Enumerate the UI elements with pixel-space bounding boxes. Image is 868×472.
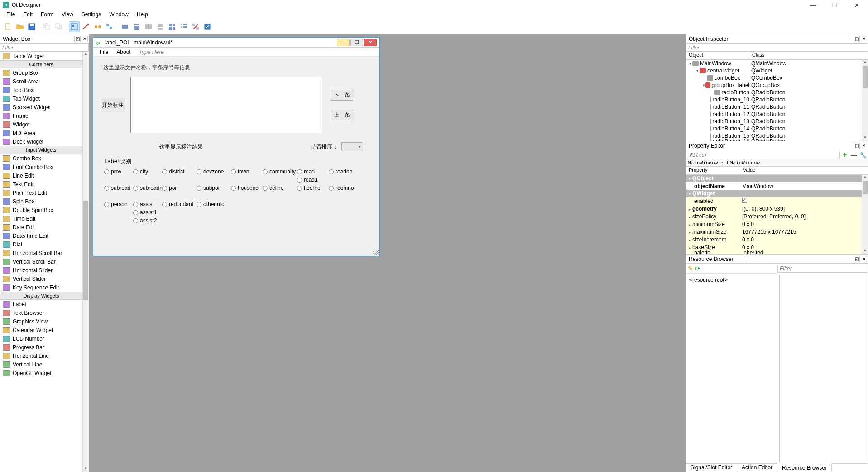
- save-form-icon[interactable]: [26, 21, 37, 32]
- widget-item[interactable]: Date Edit: [0, 223, 82, 231]
- widget-item[interactable]: Dock Widget: [0, 137, 82, 146]
- radio-item[interactable]: city: [133, 168, 162, 175]
- radio-item[interactable]: roadno: [329, 168, 360, 175]
- form-titlebar[interactable]: label_POI - mainWindow.ui* — ☐ ✕: [93, 38, 379, 48]
- object-tree[interactable]: ▾MainWindowQMainWindow▾centralwidgetQWid…: [686, 60, 862, 141]
- radio-item[interactable]: floorno: [297, 184, 329, 192]
- layout-vsplitter-icon[interactable]: [155, 21, 166, 32]
- widget-item[interactable]: Plain Text Edit: [0, 188, 82, 197]
- radio-item[interactable]: road1: [297, 176, 329, 183]
- radio-item[interactable]: cellno: [263, 184, 297, 192]
- resbrowser-close-icon[interactable]: ✕: [861, 256, 867, 262]
- widget-item[interactable]: Spin Box: [0, 197, 82, 206]
- adjust-size-icon[interactable]: [202, 21, 213, 32]
- property-section[interactable]: QWidget: [686, 190, 862, 197]
- prev-button[interactable]: 上一条: [331, 110, 353, 120]
- widget-item[interactable]: Group Box: [0, 68, 82, 77]
- menu-settings[interactable]: Settings: [78, 10, 105, 19]
- widget-box-close-icon[interactable]: ✕: [82, 36, 88, 42]
- tree-row[interactable]: comboBoxQComboBox: [686, 74, 862, 82]
- widget-item[interactable]: Horizontal Slider: [0, 266, 82, 275]
- radio-item[interactable]: devzone: [197, 168, 231, 175]
- form-close-icon[interactable]: ✕: [364, 39, 377, 46]
- widget-box-float-icon[interactable]: ◰: [74, 36, 81, 42]
- property-row[interactable]: enabled: [686, 197, 862, 205]
- reload-resources-icon[interactable]: ⟳: [695, 265, 700, 272]
- edit-resources-icon[interactable]: ✎: [688, 265, 693, 272]
- widget-item[interactable]: Vertical Scroll Bar: [0, 257, 82, 266]
- widget-item[interactable]: Key Sequence Edit: [0, 283, 82, 292]
- minimize-button[interactable]: —: [806, 2, 820, 9]
- resource-view[interactable]: [779, 275, 867, 462]
- radio-item[interactable]: subpoi: [197, 184, 231, 192]
- menu-form[interactable]: Form: [37, 10, 57, 19]
- widget-item[interactable]: MDI Area: [0, 129, 82, 137]
- widget-item[interactable]: Vertical Slider: [0, 275, 82, 283]
- widget-item[interactable]: OpenGL Widget: [0, 369, 82, 377]
- widget-item[interactable]: LCD Number: [0, 334, 82, 343]
- new-form-icon[interactable]: [3, 21, 14, 32]
- property-row[interactable]: minimumSize0 x 0: [686, 220, 862, 228]
- start-button[interactable]: 开始标注: [101, 98, 125, 112]
- widget-item[interactable]: Line Edit: [0, 171, 82, 180]
- maximize-button[interactable]: ❐: [828, 2, 842, 9]
- layout-horizontal-icon[interactable]: [120, 21, 130, 32]
- radio-item[interactable]: assist: [133, 201, 162, 208]
- text-area[interactable]: [130, 77, 322, 133]
- design-canvas[interactable]: label_POI - mainWindow.ui* — ☐ ✕ File Ab…: [89, 34, 686, 472]
- property-row[interactable]: sizeIncrement0 x 0: [686, 236, 862, 243]
- objinspector-float-icon[interactable]: ◰: [854, 36, 860, 42]
- widget-item[interactable]: Date/Time Edit: [0, 231, 82, 240]
- form-window[interactable]: label_POI - mainWindow.ui* — ☐ ✕ File Ab…: [93, 37, 380, 256]
- radio-item[interactable]: subroad: [104, 184, 133, 192]
- widget-item[interactable]: Table Widget: [0, 52, 82, 60]
- tree-row[interactable]: ▾groupBox_labelQGroupBox: [686, 82, 862, 89]
- radio-item[interactable]: roomno: [329, 184, 360, 192]
- radio-item[interactable]: road: [297, 168, 329, 175]
- form-menu-placeholder[interactable]: Type Here: [135, 48, 168, 56]
- widget-item[interactable]: Tool Box: [0, 86, 82, 94]
- widget-item[interactable]: Font Combo Box: [0, 163, 82, 171]
- radio-item[interactable]: prov: [104, 168, 133, 175]
- objinspector-close-icon[interactable]: ✕: [861, 36, 867, 42]
- widget-item[interactable]: Text Edit: [0, 180, 82, 188]
- form-minimize-icon[interactable]: —: [337, 39, 350, 46]
- widget-item[interactable]: Widget: [0, 120, 82, 129]
- radio-item[interactable]: subroadno: [133, 184, 162, 192]
- widget-box-scrollbar[interactable]: ▲ ▼: [82, 52, 89, 472]
- close-button[interactable]: ✕: [850, 2, 863, 9]
- configure-icon[interactable]: 🔧: [859, 151, 867, 159]
- add-property-icon[interactable]: +: [841, 151, 849, 159]
- property-row[interactable]: objectNameMainWindow: [686, 182, 862, 190]
- tree-row[interactable]: radioButton_12QRadioButton: [686, 111, 862, 118]
- tree-row[interactable]: radioButton_16QRadioButton: [686, 140, 862, 141]
- tab-signal-slot[interactable]: Signal/Slot Editor: [686, 464, 737, 472]
- propeditor-filter[interactable]: [687, 151, 840, 159]
- widget-box-filter[interactable]: [0, 43, 89, 52]
- radio-item[interactable]: assist2: [133, 217, 162, 224]
- form-maximize-icon[interactable]: ☐: [350, 39, 363, 46]
- property-row[interactable]: maximumSize16777215 x 16777215: [686, 228, 862, 236]
- widget-item[interactable]: Horizontal Line: [0, 352, 82, 360]
- property-row[interactable]: geometry[(0, 0), 800 x 539]: [686, 205, 862, 212]
- property-row[interactable]: paletteInherited: [686, 251, 862, 254]
- tree-row[interactable]: radioButton_11QRadioButton: [686, 103, 862, 111]
- tree-row[interactable]: radioButton_14QRadioButton: [686, 125, 862, 132]
- widget-item[interactable]: Dial: [0, 240, 82, 249]
- radio-item[interactable]: assist1: [133, 209, 162, 216]
- menu-edit[interactable]: Edit: [19, 10, 36, 19]
- sort-combo[interactable]: [341, 142, 363, 151]
- menu-help[interactable]: Help: [133, 10, 152, 19]
- widget-item[interactable]: Graphics View: [0, 317, 82, 326]
- tree-row[interactable]: radioButton_10QRadioButton: [686, 96, 862, 103]
- propeditor-float-icon[interactable]: ◰: [854, 143, 860, 149]
- objinspector-filter[interactable]: [686, 43, 868, 52]
- tree-row[interactable]: ▾MainWindowQMainWindow: [686, 60, 862, 67]
- tree-row[interactable]: radioButtonQRadioButton: [686, 89, 862, 96]
- objinspector-scrollbar[interactable]: ▲ ▼: [862, 60, 868, 141]
- menu-window[interactable]: Window: [106, 10, 132, 19]
- break-layout-icon[interactable]: [190, 21, 201, 32]
- widget-item[interactable]: Text Browser: [0, 308, 82, 317]
- widget-item[interactable]: Horizontal Scroll Bar: [0, 249, 82, 257]
- radio-item[interactable]: poi: [162, 184, 197, 192]
